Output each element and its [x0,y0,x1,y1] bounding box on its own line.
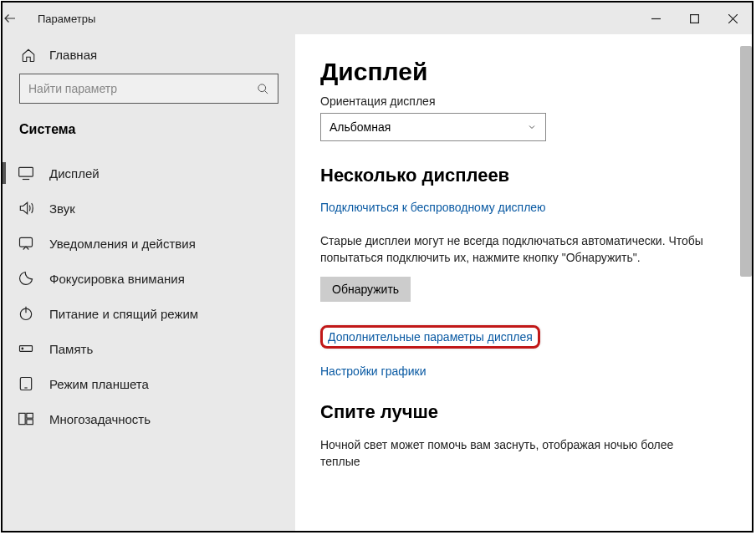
storage-icon [18,340,34,357]
svg-line-5 [264,90,268,94]
page-title: Дисплей [320,58,752,86]
sidebar-item-label: Звук [49,201,75,216]
sidebar-item-sound[interactable]: Звук [3,191,295,226]
svg-rect-1 [690,14,698,23]
sidebar-item-label: Фокусировка внимания [49,272,185,286]
tablet-icon [18,375,34,392]
sidebar-item-label: Дисплей [49,166,100,181]
sidebar-item-power[interactable]: Питание и спящий режим [3,296,295,331]
detect-description: Старые дисплеи могут не всегда подключат… [320,232,705,267]
home-label: Главная [49,48,97,62]
svg-rect-17 [27,420,33,425]
detect-button[interactable]: Обнаружить [320,277,411,302]
focus-icon [18,270,34,287]
sidebar-item-label: Питание и спящий режим [49,307,198,321]
connect-wireless-link[interactable]: Подключиться к беспроводному дисплею [320,201,546,214]
sidebar: Главная Система Дисплей [3,34,295,531]
advanced-display-link[interactable]: Дополнительные параметры дисплея [320,325,540,349]
svg-rect-8 [20,237,33,247]
sidebar-item-tablet[interactable]: Режим планшета [3,366,295,401]
orientation-select[interactable]: Альбомная [320,113,546,141]
search-icon [257,83,269,95]
sidebar-item-label: Память [49,342,93,356]
close-button[interactable] [713,3,752,34]
sidebar-item-storage[interactable]: Память [3,331,295,366]
sidebar-item-label: Режим планшета [49,377,149,391]
window-title: Параметры [38,13,95,25]
power-icon [18,305,34,322]
sleep-better-heading: Спите лучше [320,401,752,423]
sidebar-item-multitasking[interactable]: Многозадачность [3,401,295,436]
search-box[interactable] [19,74,278,104]
sidebar-nav: Дисплей Звук Уведомления и действия [3,155,295,436]
svg-point-12 [22,348,23,349]
settings-window: Параметры Главная Сис [1,1,753,532]
main-content: Дисплей Ориентация дисплея Альбомная Нес… [295,34,752,531]
titlebar: Параметры [3,3,752,34]
home-icon [21,48,36,63]
svg-point-4 [258,84,266,91]
display-icon [18,165,34,181]
svg-rect-15 [19,413,26,424]
sidebar-item-label: Многозадачность [49,412,151,426]
sidebar-item-display[interactable]: Дисплей [3,155,295,191]
sidebar-item-notifications[interactable]: Уведомления и действия [3,226,295,261]
sound-icon [18,200,34,217]
sleep-description: Ночной свет может помочь вам заснуть, от… [320,436,705,471]
sidebar-item-focus[interactable]: Фокусировка внимания [3,261,295,296]
orientation-value: Альбомная [329,120,391,134]
svg-rect-6 [19,167,33,176]
multiple-displays-heading: Несколько дисплеев [320,165,752,186]
back-button[interactable] [3,11,33,26]
home-link[interactable]: Главная [3,48,295,74]
minimize-button[interactable] [636,3,675,34]
maximize-button[interactable] [675,3,713,34]
search-input[interactable] [28,82,257,95]
orientation-label: Ориентация дисплея [320,94,752,108]
section-title: Система [3,119,295,155]
chevron-down-icon [527,122,537,132]
svg-rect-16 [27,413,33,418]
multitasking-icon [18,410,34,427]
sidebar-item-label: Уведомления и действия [49,237,196,251]
scrollbar[interactable] [740,46,752,277]
graphics-settings-link[interactable]: Настройки графики [320,364,427,378]
notifications-icon [18,235,34,252]
